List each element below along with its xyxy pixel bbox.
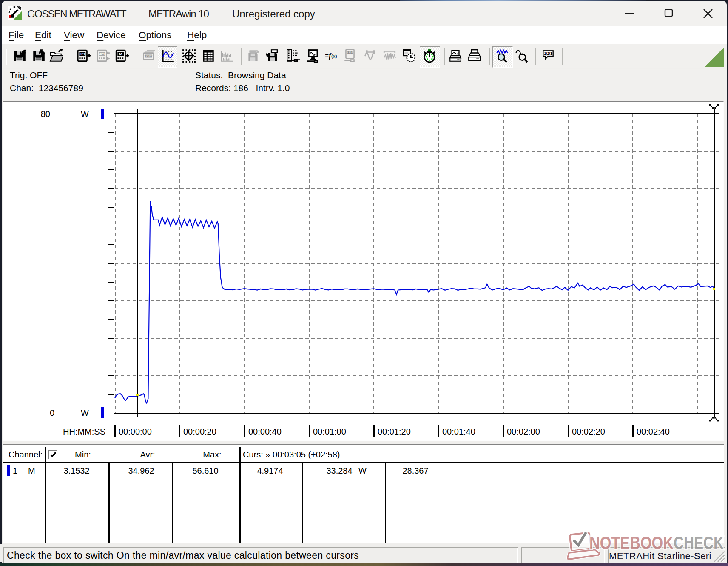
svg-text:1/2/3: 1/2/3 (544, 51, 552, 56)
svg-text:00:00:20: 00:00:20 (183, 427, 216, 436)
svg-text:321: 321 (99, 52, 105, 56)
svg-text:00:01:00: 00:01:00 (313, 427, 346, 436)
svg-text:W: W (81, 109, 89, 119)
svg-text:00:02:40: 00:02:40 (637, 427, 670, 436)
svg-text:80: 80 (41, 109, 50, 119)
svg-text:(x): (x) (331, 53, 337, 59)
svg-text:W: W (81, 408, 89, 417)
svg-text:NOTEBOOK: NOTEBOOK (589, 532, 674, 553)
svg-text:00:01:20: 00:01:20 (378, 427, 411, 436)
svg-text:M: M (119, 52, 122, 56)
svg-text:00:00:40: 00:00:40 (248, 427, 282, 436)
svg-text:1257: 1257 (144, 54, 152, 58)
svg-text:=f: =f (325, 52, 332, 60)
svg-text:00:01:40: 00:01:40 (442, 427, 475, 436)
svg-text:321: 321 (347, 51, 353, 54)
svg-text:00:00:00: 00:00:00 (119, 427, 152, 436)
svg-text:CHECK: CHECK (674, 532, 724, 553)
svg-text:00:02:00: 00:02:00 (507, 427, 540, 436)
svg-text:HH:MM:SS: HH:MM:SS (63, 427, 105, 436)
svg-text:00:02:20: 00:02:20 (572, 427, 605, 436)
svg-text:321: 321 (80, 52, 85, 56)
svg-text:0: 0 (50, 408, 54, 417)
